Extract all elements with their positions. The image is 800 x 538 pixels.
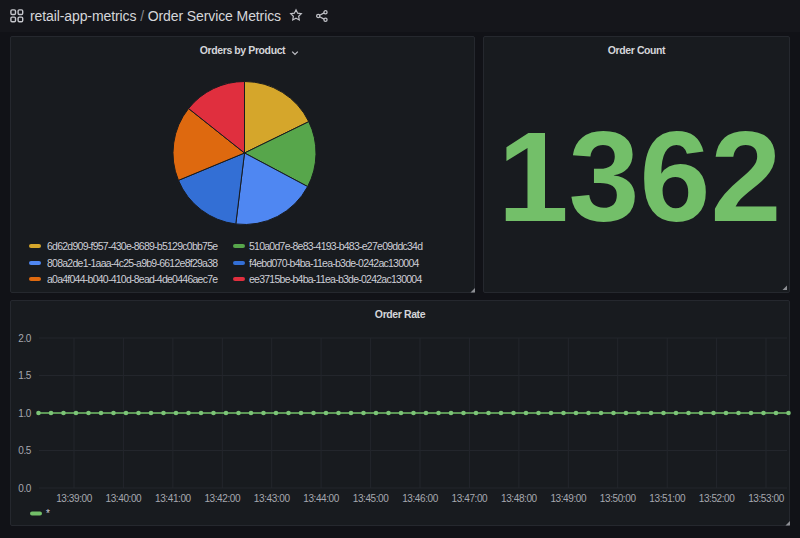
- svg-text:1.0: 1.0: [18, 408, 32, 419]
- svg-text:13:45:00: 13:45:00: [353, 493, 390, 504]
- svg-text:13:52:00: 13:52:00: [699, 493, 736, 504]
- svg-text:0.5: 0.5: [18, 445, 32, 456]
- svg-text:13:51:00: 13:51:00: [649, 493, 686, 504]
- svg-text:13:48:00: 13:48:00: [501, 493, 538, 504]
- svg-text:13:50:00: 13:50:00: [600, 493, 637, 504]
- svg-text:13:39:00: 13:39:00: [56, 493, 93, 504]
- svg-text:13:40:00: 13:40:00: [106, 493, 143, 504]
- svg-text:13:49:00: 13:49:00: [550, 493, 587, 504]
- svg-text:13:42:00: 13:42:00: [204, 493, 241, 504]
- svg-text:2.0: 2.0: [18, 333, 32, 344]
- svg-text:13:53:00: 13:53:00: [748, 493, 785, 504]
- svg-text:13:47:00: 13:47:00: [452, 493, 489, 504]
- svg-text:*: *: [46, 508, 50, 519]
- svg-text:13:46:00: 13:46:00: [402, 493, 439, 504]
- svg-text:1.5: 1.5: [18, 370, 32, 381]
- svg-text:13:43:00: 13:43:00: [254, 493, 291, 504]
- svg-text:0.0: 0.0: [18, 483, 32, 494]
- svg-text:13:41:00: 13:41:00: [155, 493, 192, 504]
- svg-text:13:44:00: 13:44:00: [303, 493, 340, 504]
